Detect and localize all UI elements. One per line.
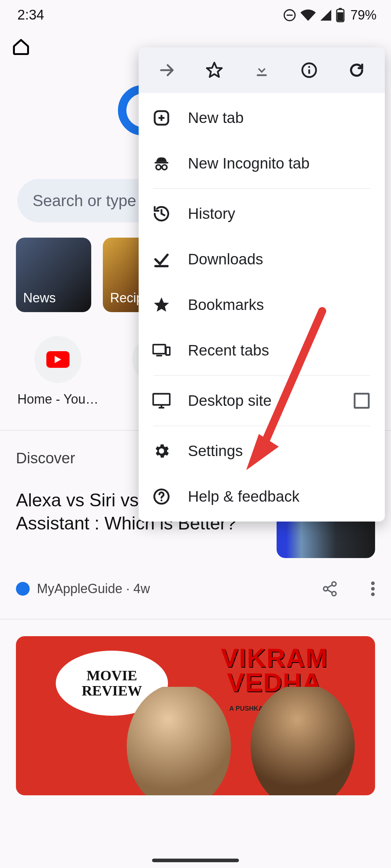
youtube-icon [46, 351, 70, 368]
reload-icon [348, 62, 365, 78]
svg-point-24 [156, 165, 161, 170]
svg-rect-16 [257, 75, 267, 76]
svg-line-10 [327, 590, 332, 593]
menu-desktop-site[interactable]: Desktop site [139, 378, 385, 424]
info-icon [300, 61, 318, 79]
svg-rect-28 [153, 345, 165, 354]
svg-point-8 [332, 592, 336, 596]
svg-rect-31 [153, 394, 170, 405]
source-icon [16, 582, 30, 596]
shortcut-icon-bg [34, 336, 81, 383]
feed-article-image[interactable]: MOVIEREVIEW VIKRAMVEDHA A PUSHKAR & GAYA… [16, 636, 375, 795]
svg-point-13 [371, 592, 375, 596]
svg-rect-3 [339, 8, 342, 9]
svg-point-12 [371, 587, 375, 591]
home-icon[interactable] [8, 34, 34, 60]
forward-button[interactable] [145, 47, 189, 93]
svg-point-6 [332, 582, 336, 586]
more-icon[interactable] [371, 580, 375, 597]
shortcut-label: Home - You… [17, 392, 98, 407]
svg-point-19 [308, 66, 310, 68]
svg-point-7 [324, 587, 328, 591]
gear-icon [152, 442, 171, 460]
menu-list: New tab New Incognito tab History Downlo… [139, 93, 385, 522]
menu-separator [153, 375, 370, 376]
menu-item-label: New Incognito tab [188, 155, 371, 172]
svg-rect-29 [166, 347, 170, 355]
wifi-icon [300, 8, 316, 23]
menu-history[interactable]: History [139, 191, 385, 237]
battery-icon [336, 8, 345, 22]
bookmark-star-button[interactable] [193, 47, 236, 93]
status-right: 79% [282, 8, 377, 23]
download-icon [253, 62, 270, 78]
signal-icon [319, 9, 332, 22]
page-info-button[interactable] [287, 47, 331, 93]
menu-separator [153, 188, 370, 189]
menu-item-label: Help & feedback [188, 488, 371, 505]
incognito-icon [152, 154, 171, 173]
status-time: 2:34 [17, 7, 44, 23]
menu-help-feedback[interactable]: Help & feedback [139, 474, 385, 519]
recent-tabs-icon [152, 343, 171, 358]
downloads-check-icon [152, 250, 171, 268]
menu-new-incognito[interactable]: New Incognito tab [139, 141, 385, 186]
battery-text: 79% [350, 8, 377, 23]
menu-bookmarks[interactable]: Bookmarks [139, 282, 385, 328]
menu-settings[interactable]: Settings [139, 428, 385, 474]
status-bar: 2:34 79% [0, 0, 391, 27]
star-icon [205, 61, 223, 79]
forward-icon [158, 61, 176, 79]
svg-marker-15 [207, 63, 222, 77]
menu-downloads[interactable]: Downloads [139, 237, 385, 282]
desktop-icon [152, 392, 171, 409]
overflow-menu: New tab New Incognito tab History Downlo… [139, 47, 385, 522]
menu-recent-tabs[interactable]: Recent tabs [139, 328, 385, 373]
menu-top-actions [139, 47, 385, 93]
history-icon [152, 205, 171, 223]
svg-rect-4 [337, 12, 343, 21]
article-source: MyAppleGuide · 4w [37, 581, 150, 596]
tile-label: News [23, 290, 56, 306]
nav-handle[interactable] [152, 859, 239, 862]
svg-line-9 [327, 585, 332, 588]
menu-item-label: Settings [188, 442, 371, 460]
help-icon [152, 488, 171, 506]
bookmarks-star-icon [152, 296, 171, 314]
search-placeholder: Search or type w [33, 192, 152, 210]
svg-rect-23 [155, 162, 168, 163]
divider [0, 619, 391, 620]
svg-point-11 [371, 582, 375, 585]
menu-item-label: New tab [188, 109, 371, 127]
share-icon[interactable] [321, 580, 338, 597]
do-not-disturb-icon [282, 8, 297, 22]
menu-item-label: History [188, 205, 371, 222]
menu-item-label: Desktop site [188, 392, 336, 409]
menu-separator [153, 426, 370, 426]
new-tab-icon [152, 109, 171, 127]
menu-new-tab[interactable]: New tab [139, 95, 385, 141]
desktop-site-checkbox[interactable] [354, 393, 370, 409]
download-button[interactable] [240, 47, 283, 93]
menu-item-label: Bookmarks [188, 296, 371, 314]
svg-point-25 [162, 165, 167, 170]
svg-marker-27 [154, 297, 169, 312]
tile-news[interactable]: News [16, 238, 91, 312]
menu-item-label: Recent tabs [188, 342, 371, 359]
shortcut-youtube[interactable]: Home - You… [22, 336, 94, 407]
menu-item-label: Downloads [188, 251, 371, 268]
poster-face-right [248, 687, 357, 795]
reload-button[interactable] [335, 47, 378, 93]
svg-point-35 [161, 499, 163, 501]
